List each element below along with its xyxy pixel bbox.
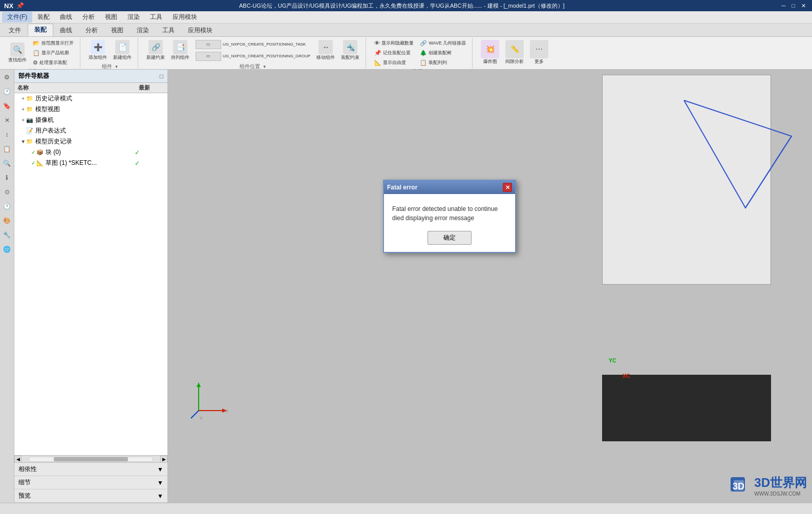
create-assembly-tree-button[interactable]: 🌲 创建装配树 <box>418 49 468 57</box>
ribbon-tab-tools[interactable]: 工具 <box>156 24 181 36</box>
nav-icon-6[interactable]: ℹ <box>2 172 13 183</box>
scroll-right-btn[interactable]: ▶ <box>160 456 167 463</box>
explode-icon: 💥 <box>481 40 499 58</box>
expand-icon-4: ▼ <box>20 139 26 144</box>
nav-scrollbar[interactable]: ◀ ▶ <box>14 455 167 462</box>
ribbon-tab-curve[interactable]: 曲线 <box>53 24 79 36</box>
positioning-task-icon: ▭ <box>196 40 221 49</box>
nav-label-4: 模型历史记录 <box>35 137 135 146</box>
scroll-left-btn[interactable]: ◀ <box>14 456 22 463</box>
nav-item-block[interactable]: ✓ 📦 块 (0) ✓ <box>14 147 167 158</box>
navigator-title: 部件导航器 <box>18 72 49 80</box>
ribbon-tab-analysis[interactable]: 分析 <box>79 24 104 36</box>
ribbon-tab-render[interactable]: 渲染 <box>130 24 156 36</box>
logo-3d-text: 3D世界网 <box>754 475 807 491</box>
nav-item-camera[interactable]: + 📷 摄像机 <box>14 115 167 125</box>
nav-label-3: 用户表达式 <box>35 126 135 135</box>
new-component-icon: 📄 <box>115 40 130 54</box>
navigator-header: 部件导航器 □ <box>14 70 167 83</box>
assembly-constraint-button[interactable]: 🔩 装配约束 <box>339 39 361 62</box>
nav-icon-1[interactable]: 🔖 <box>2 100 13 112</box>
ribbon-group-general: 👁 显示和隐藏数量 📌 记住装配位置 📐 显示自由度 🔗 <box>368 38 473 69</box>
ribbon-tab-file[interactable]: 文件 <box>2 24 28 36</box>
svg-text:Y: Y <box>200 416 203 421</box>
gap-analysis-button[interactable]: 📏 间隙分析 <box>503 39 526 66</box>
ribbon-tab-view[interactable]: 视图 <box>104 24 130 36</box>
nav-dependency-section[interactable]: 相依性 ▼ <box>14 463 167 476</box>
open-range-icon: 📂 <box>33 40 40 47</box>
move-component-button[interactable]: ↔ 移动组件 <box>314 39 337 62</box>
nav-item-model-history[interactable]: ▼ 📁 模型历史记录 <box>14 136 167 147</box>
ribbon-content: 🔍 查找组件 📂 按范围显示打开 📋 显示产品轮廓 ⚙ 处理显示装配 <box>0 37 812 69</box>
menu-item-analysis[interactable]: 分析 <box>77 12 100 23</box>
scroll-track[interactable] <box>29 457 153 462</box>
nav-item-sketch[interactable]: ✓ 📐 草图 (1) *SKETC... ✓ <box>14 158 167 168</box>
nav-item-model-view[interactable]: + 📁 模型视图 <box>14 104 167 115</box>
dialog-titlebar: Fatal error ✕ <box>384 181 515 194</box>
menu-item-view[interactable]: 视图 <box>100 12 122 23</box>
positioning-group-button[interactable]: ▭ UG_NXPOS_CREATE_POSITIONING_GROUP <box>194 51 312 62</box>
dependency-chevron: ▼ <box>157 466 163 473</box>
nav-tree: + 📁 历史记录模式 + 📁 模型视图 + <box>14 93 167 455</box>
navigator-close-button[interactable]: □ <box>160 73 163 80</box>
pin-icon[interactable]: 📌 <box>16 2 24 9</box>
nav-icon-4[interactable]: 📋 <box>2 143 13 155</box>
nav-icon-10[interactable]: 🔧 <box>2 229 13 241</box>
settings-icon[interactable]: ⚙ <box>2 72 13 83</box>
coordinate-axis: Y X <box>188 380 229 421</box>
open-by-range-button[interactable]: 📂 按范围显示打开 <box>31 39 76 48</box>
remember-position-button[interactable]: 📌 记住装配位置 <box>372 49 416 57</box>
more-button[interactable]: ⋯ 更多 <box>528 39 550 66</box>
new-constraint-button[interactable]: 🔗 新建约束 <box>144 39 167 62</box>
show-freedom-button[interactable]: 📐 显示自由度 <box>372 58 416 67</box>
explode-view-button[interactable]: 💥 爆炸图 <box>479 39 501 66</box>
add-component-button[interactable]: ➕ 添加组件 <box>87 39 109 62</box>
maximize-button[interactable]: □ <box>789 3 797 9</box>
scroll-thumb[interactable] <box>54 457 128 461</box>
new-component-button[interactable]: 📄 新建组件 <box>111 39 134 62</box>
nav-detail-section[interactable]: 细节 ▼ <box>14 476 167 489</box>
menu-item-curve[interactable]: 曲线 <box>55 12 77 23</box>
menu-item-assembly[interactable]: 装配 <box>32 12 55 23</box>
assembly-constraint-icon: 🔩 <box>343 40 357 54</box>
positioning-task-button[interactable]: ▭ UG_NXPOS_CREATE_POSITIONING_TASK <box>194 39 312 50</box>
nav-icon-11[interactable]: 🌐 <box>2 244 13 255</box>
dialog-close-button[interactable]: ✕ <box>503 183 512 192</box>
nav-item-history-mode[interactable]: + 📁 历史记录模式 <box>14 93 167 104</box>
nx-logo: NX <box>4 2 13 10</box>
show-product-button[interactable]: 📋 显示产品轮廓 <box>31 49 76 57</box>
nav-icon-2[interactable]: ✕ <box>2 115 13 126</box>
menu-item-tools[interactable]: 工具 <box>145 12 167 23</box>
dialog-ok-button[interactable]: 确定 <box>428 231 472 245</box>
show-hide-icon: 👁 <box>374 40 380 46</box>
find-component-button[interactable]: 🔍 查找组件 <box>6 41 29 65</box>
nav-icon-5[interactable]: 🔍 <box>2 158 13 169</box>
menu-item-render[interactable]: 渲染 <box>122 12 145 23</box>
svg-line-4 <box>191 411 199 418</box>
menu-item-file[interactable]: 文件(F) <box>2 12 32 23</box>
nav-icon-9[interactable]: 🎨 <box>2 215 13 226</box>
logo-text: 3D世界网 WWW.3DSJW.COM <box>754 475 807 497</box>
close-button[interactable]: ✕ <box>799 3 808 9</box>
nav-label-6: 草图 (1) *SKETC... <box>46 159 135 167</box>
ribbon-tab-assembly[interactable]: 装配 <box>28 24 53 36</box>
history-folder-icon: 📁 <box>26 138 33 145</box>
menu-item-appmodule[interactable]: 应用模块 <box>167 12 202 23</box>
nav-icon-8[interactable]: 🕐 <box>2 201 13 212</box>
wave-linker-button[interactable]: 🔗 WAVE 几何链接器 <box>418 39 468 48</box>
ribbon-tab-appmodule[interactable]: 应用模块 <box>181 24 219 36</box>
show-hide-count-button[interactable]: 👁 显示和隐藏数量 <box>372 39 416 48</box>
nav-preview-section[interactable]: 预览 ▼ <box>14 489 167 503</box>
nav-icon-7[interactable]: ⊙ <box>2 186 13 198</box>
arrange-component-button[interactable]: 📑 持列组件 <box>169 39 191 62</box>
minimize-button[interactable]: ─ <box>780 3 788 9</box>
preview-chevron: ▼ <box>157 492 163 500</box>
nav-icon-3[interactable]: ↕ <box>2 129 13 140</box>
arrange-icon: 📑 <box>173 40 187 54</box>
formula-icon: 📝 <box>26 127 33 134</box>
nav-col-name: 名称 <box>14 83 137 93</box>
history-icon[interactable]: 🕐 <box>2 86 13 97</box>
assembly-list-button[interactable]: 📋 装配列列 <box>418 58 468 67</box>
process-display-button[interactable]: ⚙ 处理显示装配 <box>31 58 76 67</box>
nav-item-expression[interactable]: 📝 用户表达式 <box>14 125 167 136</box>
